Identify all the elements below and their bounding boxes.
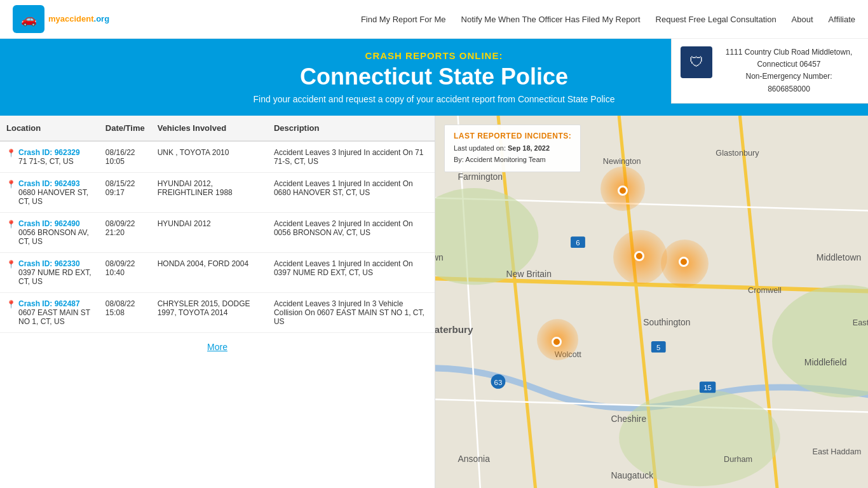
vehicles-cell: HONDA 2004, FORD 2004 xyxy=(151,253,268,293)
location-text: 0607 EAST MAIN ST NO 1, CT, US xyxy=(18,308,90,326)
incident-dot-2 xyxy=(634,251,644,261)
crash-id-link[interactable]: Crash ID: 962490 xyxy=(18,219,80,228)
police-info-text: 1111 Country Club Road Middletown, Conne… xyxy=(719,46,859,95)
logo[interactable]: 🚗 myaccident.org xyxy=(13,5,109,33)
svg-text:5: 5 xyxy=(656,344,660,351)
table-row: 📍 Crash ID: 962490 0056 BRONSON AV, CT, … xyxy=(0,213,435,253)
incident-dot-4 xyxy=(552,337,562,347)
datetime-cell: 08/09/2210:40 xyxy=(99,253,151,293)
location-pin-icon: 📍 xyxy=(6,260,16,269)
nav-notify[interactable]: Notify Me When The Officer Has Filed My … xyxy=(461,15,641,24)
vehicles-cell: CHRYSLER 2015, DODGE 1997, TOYOTA 2014 xyxy=(151,293,268,333)
incidents-table-section: Location Date/Time Vehicles Involved Des… xyxy=(0,116,435,488)
nav-about[interactable]: About xyxy=(792,15,813,24)
more-link-row: More xyxy=(0,333,435,361)
svg-text:Cheshire: Cheshire xyxy=(611,414,646,424)
last-updated-date: Sep 18, 2022 xyxy=(508,144,550,152)
incidents-table: Location Date/Time Vehicles Involved Des… xyxy=(0,116,435,333)
crash-id-link[interactable]: Crash ID: 962329 xyxy=(18,148,80,157)
navbar: 🚗 myaccident.org Find My Report For Me N… xyxy=(0,0,868,39)
by-label: By: xyxy=(454,156,464,163)
main-layout: Location Date/Time Vehicles Involved Des… xyxy=(0,116,868,488)
police-info-card: 🛡 1111 Country Club Road Middletown, Con… xyxy=(671,39,868,104)
svg-text:Naugatuck: Naugatuck xyxy=(611,470,653,480)
svg-text:Durham: Durham xyxy=(724,455,752,464)
more-link[interactable]: More xyxy=(207,342,227,352)
svg-text:Watertown: Watertown xyxy=(435,252,444,262)
location-text: 71 71-S, CT, US xyxy=(18,157,74,166)
table-row: 📍 Crash ID: 962330 0397 NUME RD EXT, CT,… xyxy=(0,253,435,293)
svg-text:East Hampton: East Hampton xyxy=(853,318,868,327)
nav-legal[interactable]: Request Free Legal Consultation xyxy=(656,15,776,24)
datetime-cell: 08/15/2209:17 xyxy=(99,173,151,213)
svg-text:Glastonbury: Glastonbury xyxy=(715,149,759,158)
logo-icon: 🚗 xyxy=(13,5,44,33)
police-phone: 8606858000 xyxy=(719,83,859,95)
hero-banner: CRASH REPORTS ONLINE: Connecticut State … xyxy=(0,39,868,116)
description-cell: Accident Leaves 3 Injured In accident On… xyxy=(268,141,435,173)
col-description: Description xyxy=(268,116,435,141)
location-cell: 📍 Crash ID: 962490 0056 BRONSON AV, CT, … xyxy=(0,213,99,253)
table-row: 📍 Crash ID: 962329 71 71-S, CT, US 08/16… xyxy=(0,141,435,173)
crash-id-link[interactable]: Crash ID: 962487 xyxy=(18,299,80,308)
description-cell: Accident Leaves 1 Injured In accident On… xyxy=(268,173,435,213)
police-non-emergency: Non-Emergency Number: xyxy=(719,71,859,83)
crash-id-link[interactable]: Crash ID: 962330 xyxy=(18,259,80,268)
col-location: Location xyxy=(0,116,99,141)
vehicles-cell: HYUNDAI 2012, FREIGHTLINER 1988 xyxy=(151,173,268,213)
svg-text:Farmington: Farmington xyxy=(458,172,503,182)
description-cell: Accident Leaves 1 Injured In accident On… xyxy=(268,253,435,293)
police-badge-icon: 🛡 xyxy=(681,46,712,78)
datetime-cell: 08/09/2221:20 xyxy=(99,213,151,253)
nav-affiliate[interactable]: Affiliate xyxy=(829,15,855,24)
svg-text:Middletown: Middletown xyxy=(817,252,861,262)
location-cell: 📍 Crash ID: 962487 0607 EAST MAIN ST NO … xyxy=(0,293,99,333)
svg-text:Middlefield: Middlefield xyxy=(804,357,847,367)
table-row: 📍 Crash ID: 962487 0607 EAST MAIN ST NO … xyxy=(0,293,435,333)
incident-dot-1 xyxy=(618,186,628,196)
description-cell: Accident Leaves 2 Injured In accident On… xyxy=(268,213,435,253)
last-updated-label: Last updated on: xyxy=(454,144,506,152)
location-text: 0680 HANOVER ST, CT, US xyxy=(18,188,88,206)
svg-text:Southington: Southington xyxy=(643,317,690,327)
map-overlay-card: LAST REPORTED INCIDENTS: Last updated on… xyxy=(444,125,581,172)
svg-text:15: 15 xyxy=(703,384,712,391)
svg-text:Cromwell: Cromwell xyxy=(748,286,782,295)
incident-dot-3 xyxy=(679,257,689,267)
col-datetime: Date/Time xyxy=(99,116,151,141)
police-address: 1111 Country Club Road Middletown, Conne… xyxy=(719,46,859,71)
location-pin-icon: 📍 xyxy=(6,149,16,158)
map-overlay-title: LAST REPORTED INCIDENTS: xyxy=(454,132,571,140)
location-pin-icon: 📍 xyxy=(6,180,16,189)
by-team: Accident Monitoring Team xyxy=(465,156,545,163)
svg-text:63: 63 xyxy=(494,379,503,386)
svg-text:Waterbury: Waterbury xyxy=(435,324,473,335)
location-cell: 📍 Crash ID: 962330 0397 NUME RD EXT, CT,… xyxy=(0,253,99,293)
table-row: 📍 Crash ID: 962493 0680 HANOVER ST, CT, … xyxy=(0,173,435,213)
location-cell: 📍 Crash ID: 962493 0680 HANOVER ST, CT, … xyxy=(0,173,99,213)
location-text: 0397 NUME RD EXT, CT, US xyxy=(18,268,92,286)
crash-id-link[interactable]: Crash ID: 962493 xyxy=(18,179,80,188)
col-vehicles: Vehicles Involved xyxy=(151,116,268,141)
nav-links: Find My Report For Me Notify Me When The… xyxy=(361,15,855,24)
svg-text:6: 6 xyxy=(576,239,580,247)
nav-find-report[interactable]: Find My Report For Me xyxy=(361,15,446,24)
logo-text: myaccident.org xyxy=(48,15,109,24)
location-cell: 📍 Crash ID: 962329 71 71-S, CT, US xyxy=(0,141,99,173)
svg-text:New Britain: New Britain xyxy=(506,269,552,279)
location-pin-icon: 📍 xyxy=(6,220,16,229)
map-section: Watertown Farmington Newington Glastonbu… xyxy=(435,116,868,488)
datetime-cell: 08/16/2210:05 xyxy=(99,141,151,173)
description-cell: Accident Leaves 3 Injured In 3 Vehicle C… xyxy=(268,293,435,333)
location-text: 0056 BRONSON AV, CT, US xyxy=(18,228,89,246)
svg-text:Newington: Newington xyxy=(603,157,641,166)
svg-text:Ansonia: Ansonia xyxy=(458,454,491,464)
vehicles-cell: UNK , TOYOTA 2010 xyxy=(151,141,268,173)
vehicles-cell: HYUNDAI 2012 xyxy=(151,213,268,253)
map-overlay-details: Last updated on: Sep 18, 2022 By: Accide… xyxy=(454,143,571,165)
datetime-cell: 08/08/2215:08 xyxy=(99,293,151,333)
svg-text:East Haddam: East Haddam xyxy=(812,447,861,456)
location-pin-icon: 📍 xyxy=(6,300,16,309)
